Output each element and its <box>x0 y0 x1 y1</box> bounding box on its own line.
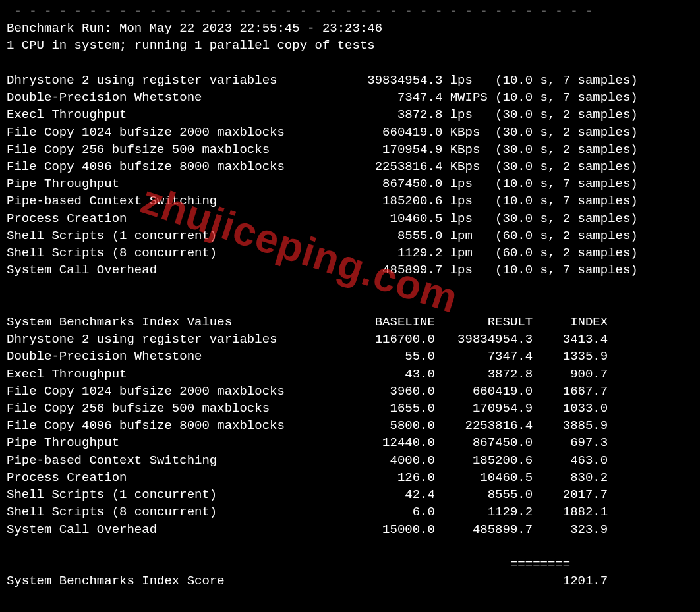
score-line: System Benchmarks Index Score 1201.7 <box>7 574 608 588</box>
benchmark-run-line: Benchmark Run: Mon May 22 2023 22:55:45 … <box>7 21 382 36</box>
cpu-info-line: 1 CPU in system; running 1 parallel copy… <box>7 38 375 53</box>
divider: - - - - - - - - - - - - - - - - - - - - … <box>7 4 593 18</box>
index-block: System Benchmarks Index Values BASELINE … <box>7 315 608 537</box>
terminal-output: - - - - - - - - - - - - - - - - - - - - … <box>0 0 700 612</box>
footer-sep: ======== <box>7 557 570 571</box>
tests-block: Dhrystone 2 using register variables 398… <box>7 73 638 277</box>
